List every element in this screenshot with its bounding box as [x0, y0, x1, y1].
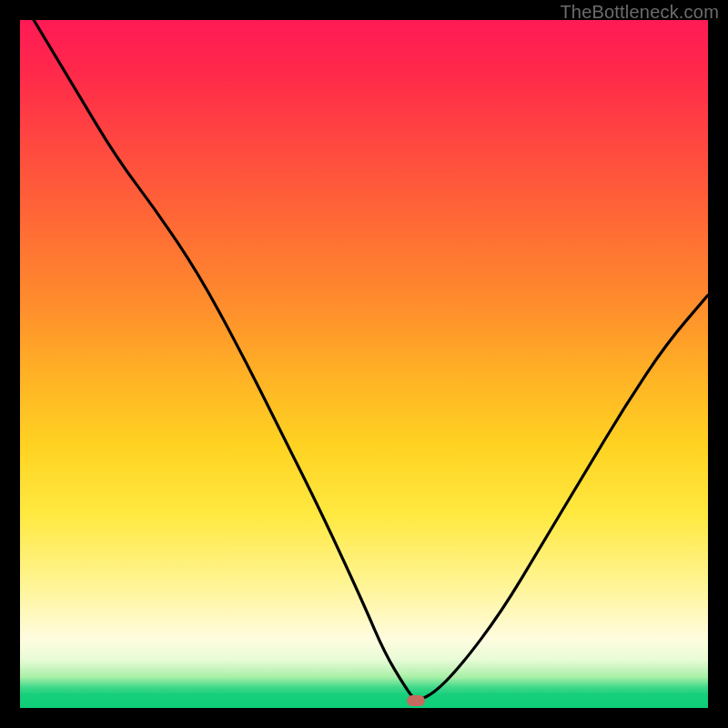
bottleneck-curve — [34, 20, 708, 699]
min-marker — [407, 695, 425, 706]
plot-area — [20, 20, 708, 708]
curve-svg — [20, 20, 708, 708]
outer-frame: TheBottleneck.com — [0, 0, 728, 728]
